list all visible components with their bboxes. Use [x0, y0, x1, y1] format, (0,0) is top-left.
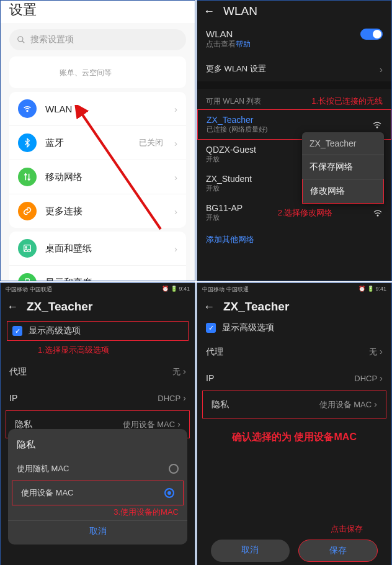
wlan-label: WLAN [206, 29, 251, 39]
available-networks-header: 可用 WLAN 列表 1.长按已连接的无线 [197, 89, 391, 109]
wifi-sub: 开放 [206, 184, 252, 193]
opt-random-mac[interactable]: 使用随机 MAC [8, 457, 187, 481]
advanced-label: 显示高级选项 [222, 322, 274, 333]
proxy-row[interactable]: 代理 无 › [1, 358, 195, 385]
opt-device-mac[interactable]: 使用设备 MAC [12, 481, 184, 505]
popup-modify[interactable]: 修改网络 [302, 179, 384, 204]
more-wlan-settings[interactable]: 更多 WLAN 设置 › [197, 56, 391, 81]
search-input[interactable]: 搜索设置项 [9, 29, 186, 50]
settings-item-more[interactable]: 更多连接 › [9, 194, 186, 228]
proxy-row[interactable]: 代理 无 › [197, 338, 391, 365]
item-label: 蓝牙 [45, 137, 130, 149]
network-context-menu: ZX_Teacher 不保存网络 修改网络 [302, 132, 384, 204]
status-bar: 中国移动 中国联通 ⏰ 🔋 9:41 [197, 283, 391, 296]
wifi-signal-icon [372, 120, 382, 129]
network-edit-screenshot-1: 中国移动 中国联通 ⏰ 🔋 9:41 ← ZX_Teacher ✓ 显示高级选项… [0, 282, 195, 565]
chevron-right-icon: › [174, 172, 177, 183]
cancel-button[interactable]: 取消 [211, 540, 290, 562]
settings-item-wallpaper[interactable]: 桌面和壁纸 › [9, 232, 186, 265]
ip-row[interactable]: IP DHCP › [1, 385, 195, 410]
back-icon[interactable]: ← [203, 5, 215, 18]
ip-row[interactable]: IP DHCP › [197, 365, 391, 391]
search-icon [17, 35, 25, 44]
wifi-name: BG11-AP [206, 203, 243, 213]
display-group: 桌面和壁纸 › 显示和亮度 › [9, 232, 186, 281]
advanced-toggle-row[interactable]: ✓ 显示高级选项 [7, 321, 189, 341]
account-card[interactable]: 账单、云空间等 [9, 56, 186, 88]
wlan-sub: 点击查看帮助 [206, 39, 251, 50]
back-icon[interactable]: ← [203, 301, 215, 314]
item-label: 更多连接 [45, 206, 166, 217]
wifi-sub: 开放 [206, 213, 243, 222]
annotation-text: 1.选择显示高级选项 [1, 345, 195, 358]
svg-rect-3 [24, 245, 31, 252]
wifi-name: QDZX-Guest [206, 145, 256, 155]
wifi-icon [18, 99, 37, 118]
save-button[interactable]: 保存 [298, 540, 378, 562]
chevron-right-icon: › [174, 138, 177, 148]
network-group: WLAN › 蓝牙 已关闭 › 移动网络 › 更多连接 › [9, 92, 186, 228]
privacy-sheet: 隐私 使用随机 MAC 使用设备 MAC 3.使用设备的MAC 取消 [8, 429, 187, 545]
annotation-confirm: 确认选择的为 使用设备MAC [197, 418, 391, 456]
sheet-cancel[interactable]: 取消 [8, 520, 187, 542]
link-icon [18, 202, 37, 220]
checkbox-icon[interactable]: ✓ [206, 323, 216, 333]
checkbox-icon[interactable]: ✓ [12, 326, 22, 336]
settings-item-bluetooth[interactable]: 蓝牙 已关闭 › [9, 125, 186, 160]
page-title: ZX_Teacher [27, 300, 92, 314]
svg-point-0 [18, 37, 23, 42]
help-link[interactable]: 帮助 [236, 40, 251, 48]
wifi-signal-icon [373, 209, 383, 217]
wifi-sub: 已连接 (网络质量好) [207, 125, 267, 134]
wlan-screenshot: ← WLAN WLAN 点击查看帮助 更多 WLAN 设置 › 可用 WLAN … [197, 0, 392, 281]
annotation-save: 点击保存 [331, 523, 363, 535]
settings-item-wlan[interactable]: WLAN › [9, 92, 186, 125]
svg-point-9 [377, 215, 378, 216]
page-title: 设置 [1, 1, 195, 23]
settings-item-display[interactable]: 显示和亮度 › [9, 265, 186, 281]
wlan-toggle-row[interactable]: WLAN 点击查看帮助 [197, 22, 391, 56]
radio-on-icon [164, 488, 174, 498]
item-label: 显示和亮度 [45, 277, 166, 282]
svg-line-1 [22, 41, 25, 43]
account-hint: 账单、云空间等 [9, 56, 186, 88]
item-label: WLAN [45, 104, 154, 114]
chevron-right-icon: › [380, 64, 383, 75]
more-label: 更多 WLAN 设置 [206, 63, 266, 75]
back-icon[interactable]: ← [7, 301, 18, 314]
wlan-toggle[interactable] [360, 29, 383, 40]
page-title: ZX_Teacher [223, 300, 289, 314]
brightness-icon [18, 273, 37, 281]
item-label: 桌面和壁纸 [45, 243, 166, 255]
bluetooth-icon [18, 133, 37, 152]
chevron-right-icon: › [174, 104, 177, 114]
annotation-text: 1.长按已连接的无线 [311, 96, 383, 107]
search-placeholder: 搜索设置项 [30, 34, 74, 45]
wallpaper-icon [18, 239, 37, 258]
sheet-title: 隐私 [8, 436, 187, 457]
svg-point-8 [376, 127, 378, 128]
annotation-text: 2.选择修改网络 [278, 207, 333, 219]
settings-item-mobilenet[interactable]: 移动网络 › [9, 160, 186, 194]
network-edit-screenshot-2: 中国移动 中国联通 ⏰ 🔋 9:41 ← ZX_Teacher ✓ 显示高级选项… [197, 282, 392, 565]
add-other-network[interactable]: 添加其他网络 [197, 227, 391, 252]
wifi-name: ZX_Teacher [207, 115, 267, 125]
mobile-data-icon [18, 168, 37, 186]
svg-point-2 [27, 111, 28, 112]
chevron-right-icon: › [174, 206, 177, 217]
popup-forget[interactable]: 不保存网络 [302, 155, 384, 179]
svg-point-4 [25, 246, 27, 248]
chevron-right-icon: › [174, 243, 177, 254]
settings-screenshot: 设置 搜索设置项 账单、云空间等 WLAN › 蓝牙 已关闭 › [0, 0, 195, 281]
page-title: WLAN [223, 4, 257, 18]
advanced-label: 显示高级选项 [29, 325, 81, 337]
advanced-toggle-row[interactable]: ✓ 显示高级选项 [197, 317, 391, 338]
popup-title: ZX_Teacher [302, 132, 384, 155]
item-value: 已关闭 [139, 137, 163, 148]
svg-rect-5 [25, 279, 30, 281]
chevron-right-icon: › [174, 278, 177, 282]
button-bar: 取消 保存 [197, 540, 391, 562]
privacy-row[interactable]: 隐私 使用设备 MAC › [202, 391, 386, 418]
wifi-name: ZX_Student [206, 174, 252, 184]
wifi-sub: 开放 [206, 155, 256, 164]
